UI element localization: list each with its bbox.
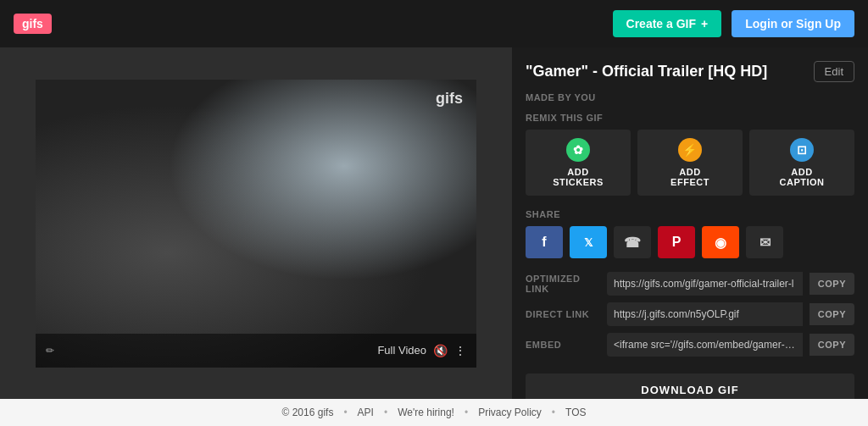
- reddit-share-button[interactable]: ◉: [702, 226, 739, 258]
- embed-label: EMBED: [526, 340, 600, 350]
- top-nav: gifs Create a GIF + Login or Sign Up: [0, 0, 868, 47]
- optimized-link-input[interactable]: [607, 272, 803, 296]
- footer-privacy-link[interactable]: Privacy Policy: [478, 407, 542, 418]
- caption-icon: ⊡: [790, 138, 814, 162]
- gif-title-row: "Gamer" - Official Trailer [HQ HD] Edit: [526, 61, 854, 82]
- direct-link-label: DIRECT LINK: [526, 309, 600, 319]
- right-panel-inner: "Gamer" - Official Trailer [HQ HD] Edit …: [512, 47, 868, 399]
- footer-dot-2: •: [384, 407, 387, 418]
- remix-row: ✿ ADDSTICKERS ⚡ ADDEFFECT ⊡ ADDCAPTION: [526, 130, 854, 196]
- download-gif-button[interactable]: DOWNLOAD GIF: [526, 373, 854, 399]
- effect-icon: ⚡: [678, 138, 702, 162]
- footer: © 2016 gifs • API • We're hiring! • Priv…: [0, 399, 868, 426]
- twitter-share-button[interactable]: 𝕏: [570, 226, 607, 258]
- footer-dot-1: •: [343, 407, 347, 418]
- pencil-icon[interactable]: ✏: [46, 345, 54, 357]
- copy-direct-link-button[interactable]: COPY: [810, 303, 854, 325]
- right-panel: "Gamer" - Official Trailer [HQ HD] Edit …: [512, 47, 868, 399]
- logo-badge: gifs: [14, 14, 52, 34]
- chat-share-button[interactable]: ☎: [614, 226, 651, 258]
- embed-row: EMBED COPY: [526, 333, 854, 357]
- volume-icon[interactable]: 🔇: [433, 344, 448, 357]
- edit-button[interactable]: Edit: [814, 61, 854, 82]
- add-caption-button[interactable]: ⊡ ADDCAPTION: [749, 130, 854, 196]
- full-video-label: Full Video: [377, 344, 426, 357]
- add-effect-label: ADDEFFECT: [670, 167, 709, 187]
- main-content: gifs ✏ Full Video 🔇 ⋮ "Gamer" - Official…: [0, 47, 868, 399]
- email-share-button[interactable]: ✉: [746, 226, 783, 258]
- copy-embed-button[interactable]: COPY: [810, 334, 854, 356]
- copy-optimized-link-button[interactable]: COPY: [810, 273, 854, 295]
- direct-link-row: DIRECT LINK COPY: [526, 302, 854, 326]
- direct-link-input[interactable]: [607, 302, 803, 326]
- gif-title: "Gamer" - Official Trailer [HQ HD]: [526, 63, 807, 80]
- pinterest-share-button[interactable]: P: [658, 226, 695, 258]
- login-button[interactable]: Login or Sign Up: [732, 10, 854, 37]
- footer-hiring-link[interactable]: We're hiring!: [398, 407, 454, 418]
- create-gif-label: Create a GIF: [626, 17, 696, 30]
- embed-input[interactable]: [607, 333, 803, 357]
- made-by-you-label: MADE BY YOU: [526, 92, 854, 102]
- footer-dot-3: •: [465, 407, 468, 418]
- create-gif-button[interactable]: Create a GIF +: [613, 10, 722, 37]
- footer-api-link[interactable]: API: [358, 407, 374, 418]
- video-controls: ✏ Full Video 🔇 ⋮: [36, 334, 476, 368]
- footer-tos-link[interactable]: TOS: [565, 407, 586, 418]
- share-label: SHARE: [526, 209, 854, 219]
- share-row: f 𝕏 ☎ P ◉ ✉: [526, 226, 854, 258]
- footer-copyright: © 2016 gifs: [282, 407, 334, 418]
- video-bg: [36, 80, 476, 368]
- facebook-share-button[interactable]: f: [526, 226, 563, 258]
- footer-dot-4: •: [552, 407, 555, 418]
- more-icon[interactable]: ⋮: [454, 344, 466, 357]
- add-stickers-button[interactable]: ✿ ADDSTICKERS: [526, 130, 631, 196]
- video-watermark: gifs: [436, 90, 463, 108]
- video-scene: [36, 80, 476, 368]
- add-effect-button[interactable]: ⚡ ADDEFFECT: [637, 130, 743, 196]
- add-stickers-label: ADDSTICKERS: [553, 167, 604, 187]
- video-container: gifs ✏ Full Video 🔇 ⋮: [36, 80, 476, 368]
- add-caption-label: ADDCAPTION: [780, 167, 825, 187]
- optimized-link-label: OPTIMIZED LINK: [526, 274, 600, 294]
- plus-icon: +: [701, 17, 708, 30]
- left-panel: gifs ✏ Full Video 🔇 ⋮: [0, 47, 512, 399]
- optimized-link-row: OPTIMIZED LINK COPY: [526, 272, 854, 296]
- remix-label: REMIX THIS GIF: [526, 113, 854, 123]
- sticker-icon: ✿: [566, 138, 590, 162]
